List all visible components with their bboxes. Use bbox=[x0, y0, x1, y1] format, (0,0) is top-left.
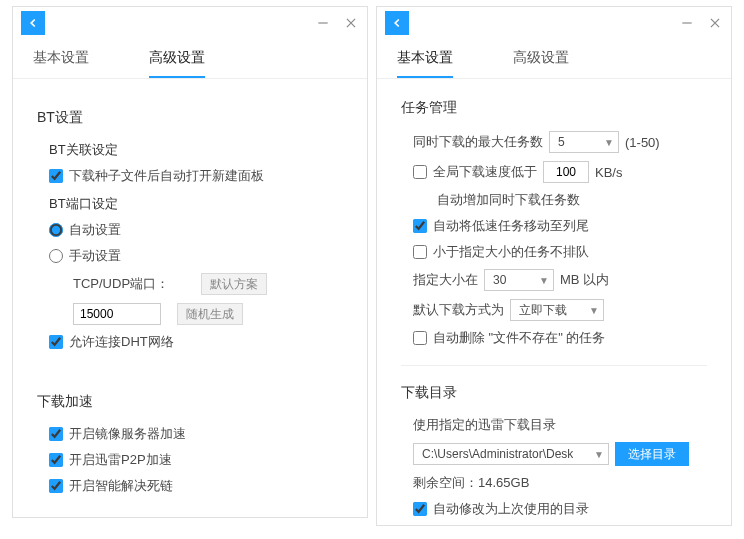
label-port-manual: 手动设置 bbox=[69, 247, 121, 265]
port-input[interactable] bbox=[73, 303, 161, 325]
settings-window-basic: 基本设置 高级设置 任务管理 同时下载的最大任务数 5 ▼ (1-50) 全局下… bbox=[376, 6, 732, 526]
unit-mb: MB 以内 bbox=[560, 271, 609, 289]
close-icon bbox=[708, 16, 722, 30]
checkbox-auto-change-dir[interactable] bbox=[413, 502, 427, 516]
size-value: 30 bbox=[493, 273, 506, 287]
section-accel: 下载加速 bbox=[37, 393, 343, 411]
back-button[interactable] bbox=[385, 11, 409, 35]
label-free-space: 剩余空间：14.65GB bbox=[413, 474, 529, 492]
label-move-slow: 自动将低速任务移动至列尾 bbox=[433, 217, 589, 235]
content: BT设置 BT关联设定 下载种子文件后自动打开新建面板 BT端口设定 自动设置 … bbox=[13, 79, 367, 523]
max-tasks-value: 5 bbox=[558, 135, 565, 149]
label-smart: 开启智能解决死链 bbox=[69, 477, 173, 495]
radio-port-auto[interactable] bbox=[49, 223, 63, 237]
caret-down-icon: ▼ bbox=[604, 137, 614, 148]
unit-kbs: KB/s bbox=[595, 165, 622, 180]
tabs: 基本设置 高级设置 bbox=[13, 39, 367, 79]
checkbox-open-seed-panel[interactable] bbox=[49, 169, 63, 183]
tabs: 基本设置 高级设置 bbox=[377, 39, 731, 79]
dropdown-size[interactable]: 30 ▼ bbox=[484, 269, 554, 291]
label-open-seed-panel: 下载种子文件后自动打开新建面板 bbox=[69, 167, 264, 185]
caret-down-icon: ▼ bbox=[589, 305, 599, 316]
dropdown-max-tasks[interactable]: 5 ▼ bbox=[549, 131, 619, 153]
minimize-button[interactable] bbox=[315, 15, 331, 31]
section-task: 任务管理 bbox=[401, 99, 707, 117]
label-global-speed: 全局下载速度低于 bbox=[433, 163, 537, 181]
back-button[interactable] bbox=[21, 11, 45, 35]
back-arrow-icon bbox=[390, 16, 404, 30]
max-tasks-range: (1-50) bbox=[625, 135, 660, 150]
checkbox-auto-delete[interactable] bbox=[413, 331, 427, 345]
label-auto-delete: 自动删除 "文件不存在" 的任务 bbox=[433, 329, 605, 347]
back-arrow-icon bbox=[26, 16, 40, 30]
checkbox-move-slow[interactable] bbox=[413, 219, 427, 233]
checkbox-mirror[interactable] bbox=[49, 427, 63, 441]
caret-down-icon: ▼ bbox=[594, 449, 604, 460]
section-dir: 下载目录 bbox=[401, 384, 707, 402]
tab-advanced[interactable]: 高级设置 bbox=[513, 39, 569, 78]
checkbox-smart[interactable] bbox=[49, 479, 63, 493]
minimize-icon bbox=[680, 16, 694, 30]
label-p2p: 开启迅雷P2P加速 bbox=[69, 451, 172, 469]
label-max-tasks: 同时下载的最大任务数 bbox=[413, 133, 543, 151]
close-button[interactable] bbox=[343, 15, 359, 31]
minimize-icon bbox=[316, 16, 330, 30]
close-icon bbox=[344, 16, 358, 30]
dropdown-default-mode[interactable]: 立即下载 ▼ bbox=[510, 299, 604, 321]
label-mirror: 开启镜像服务器加速 bbox=[69, 425, 186, 443]
label-dht: 允许连接DHT网络 bbox=[69, 333, 174, 351]
titlebar bbox=[377, 7, 731, 39]
caret-down-icon: ▼ bbox=[539, 275, 549, 286]
tab-basic[interactable]: 基本设置 bbox=[33, 39, 89, 78]
label-auto-increase: 自动增加同时下载任务数 bbox=[437, 191, 580, 209]
settings-window-advanced: 基本设置 高级设置 BT设置 BT关联设定 下载种子文件后自动打开新建面板 BT… bbox=[12, 6, 368, 518]
default-scheme-button[interactable]: 默认方案 bbox=[201, 273, 267, 295]
bt-port-label: BT端口设定 bbox=[49, 195, 343, 213]
label-auto-change-dir: 自动修改为上次使用的目录 bbox=[433, 500, 589, 518]
minimize-button[interactable] bbox=[679, 15, 695, 31]
label-size-filter: 小于指定大小的任务不排队 bbox=[433, 243, 589, 261]
bt-assoc-label: BT关联设定 bbox=[49, 141, 343, 159]
label-size-at: 指定大小在 bbox=[413, 271, 478, 289]
separator bbox=[401, 365, 707, 366]
checkbox-p2p[interactable] bbox=[49, 453, 63, 467]
input-global-speed[interactable] bbox=[543, 161, 589, 183]
default-mode-value: 立即下载 bbox=[519, 302, 567, 319]
select-dir-button[interactable]: 选择目录 bbox=[615, 442, 689, 466]
path-value: C:\Users\Administrator\Desk bbox=[422, 447, 573, 461]
titlebar bbox=[13, 7, 367, 39]
content: 任务管理 同时下载的最大任务数 5 ▼ (1-50) 全局下载速度低于 KB/s… bbox=[377, 79, 731, 539]
label-tcpudp: TCP/UDP端口： bbox=[73, 275, 169, 293]
tab-basic[interactable]: 基本设置 bbox=[397, 39, 453, 78]
label-use-dir: 使用指定的迅雷下载目录 bbox=[413, 416, 556, 434]
random-port-button[interactable]: 随机生成 bbox=[177, 303, 243, 325]
tab-advanced[interactable]: 高级设置 bbox=[149, 39, 205, 78]
dropdown-path[interactable]: C:\Users\Administrator\Desk ▼ bbox=[413, 443, 609, 465]
radio-port-manual[interactable] bbox=[49, 249, 63, 263]
checkbox-global-speed[interactable] bbox=[413, 165, 427, 179]
label-port-auto: 自动设置 bbox=[69, 221, 121, 239]
section-bt: BT设置 bbox=[37, 109, 343, 127]
close-button[interactable] bbox=[707, 15, 723, 31]
checkbox-size-filter[interactable] bbox=[413, 245, 427, 259]
checkbox-dht[interactable] bbox=[49, 335, 63, 349]
label-default-mode: 默认下载方式为 bbox=[413, 301, 504, 319]
